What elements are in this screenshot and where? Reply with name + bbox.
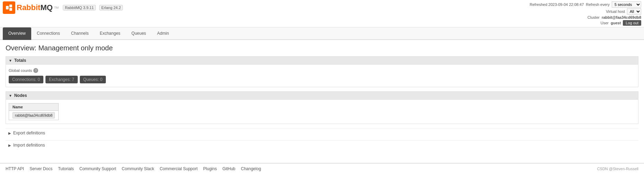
- cluster-value: rabbit@faa34cd69db8: [602, 15, 641, 19]
- user-label: User: [601, 21, 609, 25]
- logo: RabbitMQ TM: [3, 1, 59, 14]
- import-label: Import definitions: [13, 143, 45, 148]
- nodes-section: ▼ Nodes Name rabbit@faa34cd69db8: [6, 91, 638, 124]
- nodes-section-content: Name rabbit@faa34cd69db8: [6, 100, 638, 124]
- nodes-arrow-icon: ▼: [9, 94, 12, 98]
- refresh-row: Refreshed 2023-09-04 22:08:47 Refresh ev…: [530, 1, 641, 8]
- vhost-select[interactable]: All: [627, 8, 641, 15]
- export-label: Export definitions: [13, 131, 45, 135]
- top-right-controls: Refreshed 2023-09-04 22:08:47 Refresh ev…: [530, 1, 641, 26]
- global-counts-label: Global counts ?: [9, 68, 635, 73]
- nodes-label: Nodes: [14, 93, 27, 98]
- nav-item-channels[interactable]: Channels: [66, 27, 94, 40]
- connections-count-button[interactable]: Connections: 0: [9, 76, 43, 83]
- refresh-label: Refresh every: [586, 2, 610, 7]
- nav-item-admin[interactable]: Admin: [152, 27, 175, 40]
- totals-section-content: Global counts ? Connections: 0 Exchanges…: [6, 65, 638, 87]
- page-title: Overview: Management only mode: [6, 44, 638, 52]
- logo-text: RabbitMQ: [17, 3, 53, 12]
- exchanges-count-label: Exchanges:: [49, 77, 71, 82]
- connections-count-label: Connections:: [12, 77, 36, 82]
- main-content: Overview: Management only mode ▼ Totals …: [0, 40, 644, 157]
- vhost-label: Virtual host: [606, 9, 625, 14]
- export-arrow-icon: ▶: [8, 131, 11, 135]
- count-buttons: Connections: 0 Exchanges: 7 Queues: 0: [9, 76, 635, 83]
- rabbitmq-logo-icon: [3, 1, 15, 14]
- logout-button[interactable]: Log out: [623, 20, 641, 26]
- totals-label: Totals: [14, 58, 26, 63]
- export-definitions-header[interactable]: ▶ Export definitions: [6, 128, 638, 138]
- nodes-table-header-name: Name: [9, 103, 59, 111]
- user-value: guest: [611, 21, 621, 25]
- export-definitions-section: ▶ Export definitions: [6, 128, 638, 138]
- global-counts-text: Global counts: [9, 68, 32, 73]
- cluster-row: Cluster rabbit@faa34cd69db8: [587, 15, 641, 19]
- vhost-row: Virtual host All: [606, 8, 641, 15]
- erlang-version: Erlang 24.2: [99, 5, 123, 10]
- queues-count-button[interactable]: Queues: 0: [80, 76, 106, 83]
- nav-item-exchanges[interactable]: Exchanges: [94, 27, 126, 40]
- node-name-link[interactable]: rabbit@faa34cd69db8: [12, 112, 55, 118]
- import-arrow-icon: ▶: [8, 143, 11, 147]
- version-info: RabbitMQ 3.9.11 Erlang 24.2: [63, 5, 123, 10]
- nodes-section-header[interactable]: ▼ Nodes: [6, 91, 638, 100]
- nav-item-overview[interactable]: Overview: [3, 27, 31, 40]
- nodes-table: Name rabbit@faa34cd69db8: [9, 103, 59, 120]
- nav-item-connections[interactable]: Connections: [31, 27, 66, 40]
- svg-rect-2: [9, 8, 12, 11]
- main-nav: Overview Connections Channels Exchanges …: [0, 27, 644, 40]
- refresh-interval-select[interactable]: 5 seconds 10 seconds 30 seconds 60 secon…: [612, 1, 641, 8]
- user-row: User guest Log out: [601, 20, 641, 26]
- totals-arrow-icon: ▼: [9, 59, 12, 63]
- table-row: rabbit@faa34cd69db8: [9, 111, 59, 120]
- node-name-cell: rabbit@faa34cd69db8: [9, 111, 59, 120]
- nav-item-queues[interactable]: Queues: [126, 27, 152, 40]
- svg-rect-1: [9, 5, 12, 7]
- rabbitmq-version: RabbitMQ 3.9.11: [63, 5, 96, 10]
- totals-section: ▼ Totals Global counts ? Connections: 0 …: [6, 56, 638, 87]
- refreshed-timestamp: Refreshed 2023-09-04 22:08:47: [530, 2, 584, 7]
- exchanges-count-value: 7: [72, 77, 74, 82]
- queues-count-label: Queues:: [83, 77, 99, 82]
- totals-section-header[interactable]: ▼ Totals: [6, 56, 638, 65]
- top-bar: RabbitMQ TM RabbitMQ 3.9.11 Erlang 24.2 …: [0, 0, 644, 27]
- cluster-label: Cluster: [587, 15, 600, 19]
- global-counts-help-icon[interactable]: ?: [33, 68, 38, 73]
- import-definitions-section: ▶ Import definitions: [6, 140, 638, 150]
- logo-area: RabbitMQ TM RabbitMQ 3.9.11 Erlang 24.2: [3, 1, 123, 14]
- logo-trademark: TM: [54, 6, 59, 9]
- queues-count-value: 0: [100, 77, 103, 82]
- connections-count-value: 0: [37, 77, 40, 82]
- exchanges-count-button[interactable]: Exchanges: 7: [45, 76, 78, 83]
- svg-rect-0: [6, 6, 9, 9]
- import-definitions-header[interactable]: ▶ Import definitions: [6, 140, 638, 150]
